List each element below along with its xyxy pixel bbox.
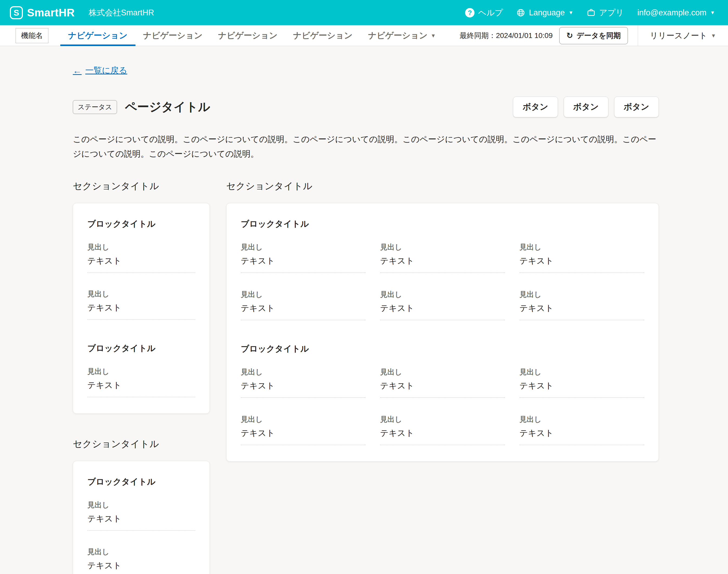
section-left-2: セクションタイトル ブロックタイトル 見出し テキスト 見出し テキスト	[73, 438, 210, 574]
field-list: 見出し テキスト 見出し テキスト	[87, 500, 195, 574]
field-list: 見出し テキスト 見出し テキスト	[87, 242, 195, 320]
nav-tab-4[interactable]: ナビゲーション	[285, 25, 361, 46]
back-link-label: 一覧に戻る	[85, 65, 127, 76]
release-notes-label: リリースノート	[650, 30, 708, 41]
field-value: テキスト	[519, 427, 644, 445]
field: 見出し テキスト	[241, 290, 366, 320]
field-value: テキスト	[87, 560, 195, 574]
title-left: ステータス ページタイトル	[73, 99, 210, 115]
back-arrow-icon: ←	[73, 66, 82, 75]
help-icon: ?	[465, 8, 474, 17]
field-value: テキスト	[87, 513, 195, 531]
block-title: ブロックタイトル	[241, 218, 644, 230]
block: ブロックタイトル 見出し テキスト	[87, 343, 195, 397]
field-value: テキスト	[519, 255, 644, 273]
field: 見出し テキスト	[380, 367, 505, 398]
smarthr-logo-icon: S	[10, 6, 23, 19]
field-label: 見出し	[87, 547, 195, 557]
page-description: このページについての説明。このページについての説明。このページについての説明。こ…	[73, 132, 659, 161]
help-link[interactable]: ? ヘルプ	[465, 7, 503, 18]
field-label: 見出し	[519, 367, 644, 377]
card: ブロックタイトル 見出し テキスト 見出し テキスト 見出し	[226, 203, 659, 462]
page-actions: ボタン ボタン ボタン	[513, 96, 659, 117]
block: ブロックタイトル 見出し テキスト 見出し テキスト	[87, 218, 195, 320]
nav-right: 最終同期：2024/01/01 10:09 ↻ データを同期 リリースノート ▼	[459, 25, 728, 46]
field-grid: 見出し テキスト 見出し テキスト 見出し テキスト	[241, 242, 644, 320]
field: 見出し テキスト	[519, 367, 644, 398]
field: 見出し テキスト	[87, 242, 195, 273]
field-label: 見出し	[380, 242, 505, 252]
field: 見出し テキスト	[380, 290, 505, 320]
field: 見出し テキスト	[241, 242, 366, 273]
field-value: テキスト	[87, 380, 195, 397]
action-button-3[interactable]: ボタン	[614, 96, 659, 117]
field-value: テキスト	[380, 427, 505, 445]
last-sync-timestamp: 最終同期：2024/01/01 10:09	[459, 31, 552, 41]
globe-icon	[516, 8, 525, 17]
field-label: 見出し	[87, 242, 195, 252]
field: 見出し テキスト	[241, 414, 366, 445]
field-value: テキスト	[519, 302, 644, 320]
nav-tab-label: ナビゲーション	[368, 30, 428, 41]
field-label: 見出し	[519, 290, 644, 299]
field-value: テキスト	[519, 380, 644, 398]
field-label: 見出し	[87, 367, 195, 376]
field-label: 見出し	[519, 242, 644, 252]
content-columns: セクションタイトル ブロックタイトル 見出し テキスト 見出し テキスト	[73, 180, 659, 574]
nav-tab-2[interactable]: ナビゲーション	[135, 25, 211, 46]
block-title: ブロックタイトル	[241, 343, 644, 355]
field-label: 見出し	[519, 414, 644, 424]
app-header: S SmartHR 株式会社SmartHR ? ヘルプ Language ▼ ア…	[0, 0, 728, 25]
field-label: 見出し	[380, 290, 505, 299]
field-value: テキスト	[241, 380, 366, 398]
chevron-down-icon: ▼	[710, 10, 715, 15]
nav-left: 機能名 ナビゲーション ナビゲーション ナビゲーション ナビゲーション ナビゲー…	[15, 25, 444, 46]
status-badge: ステータス	[73, 100, 117, 114]
field: 見出し テキスト	[87, 289, 195, 320]
account-menu[interactable]: info@example.com ▼	[637, 8, 715, 17]
sync-data-button[interactable]: ↻ データを同期	[559, 27, 628, 44]
field-value: テキスト	[241, 302, 366, 320]
page-title: ページタイトル	[125, 99, 210, 115]
release-notes-menu[interactable]: リリースノート ▼	[638, 25, 728, 46]
field: 見出し テキスト	[87, 547, 195, 574]
apps-link[interactable]: アプリ	[587, 7, 624, 18]
briefcase-icon	[587, 8, 595, 17]
nav-tab-1[interactable]: ナビゲーション	[60, 25, 135, 46]
block-title: ブロックタイトル	[87, 343, 195, 354]
field-label: 見出し	[87, 500, 195, 510]
nav-tab-label: ナビゲーション	[218, 30, 278, 41]
language-label: Language	[529, 8, 565, 17]
field-value: テキスト	[380, 380, 505, 398]
tab-navigation: 機能名 ナビゲーション ナビゲーション ナビゲーション ナビゲーション ナビゲー…	[0, 25, 728, 46]
nav-tab-3[interactable]: ナビゲーション	[210, 25, 285, 46]
refresh-icon: ↻	[566, 32, 573, 40]
field-label: 見出し	[241, 290, 366, 299]
field: 見出し テキスト	[519, 242, 644, 273]
action-button-2[interactable]: ボタン	[564, 96, 608, 117]
card: ブロックタイトル 見出し テキスト 見出し テキスト	[73, 461, 210, 574]
block: ブロックタイトル 見出し テキスト 見出し テキスト	[87, 476, 195, 574]
right-column: セクションタイトル ブロックタイトル 見出し テキスト 見出し テキスト	[226, 180, 659, 462]
field-grid: 見出し テキスト 見出し テキスト 見出し テキスト	[241, 367, 644, 445]
nav-tab-label: ナビゲーション	[68, 30, 128, 41]
company-name: 株式会社SmartHR	[89, 7, 154, 18]
language-menu[interactable]: Language ▼	[516, 8, 573, 17]
back-link[interactable]: ← 一覧に戻る	[73, 65, 127, 76]
field-value: テキスト	[87, 302, 195, 320]
field-label: 見出し	[380, 367, 505, 377]
card: ブロックタイトル 見出し テキスト 見出し テキスト	[73, 203, 210, 414]
field-value: テキスト	[380, 255, 505, 273]
block-title: ブロックタイトル	[87, 476, 195, 488]
brand-name: SmartHR	[27, 6, 75, 19]
field-label: 見出し	[87, 289, 195, 299]
field-list: 見出し テキスト	[87, 367, 195, 397]
field: 見出し テキスト	[87, 500, 195, 531]
section-left-1: セクションタイトル ブロックタイトル 見出し テキスト 見出し テキスト	[73, 180, 210, 414]
feature-name-badge: 機能名	[15, 28, 48, 43]
field: 見出し テキスト	[241, 367, 366, 398]
action-button-1[interactable]: ボタン	[513, 96, 558, 117]
chevron-down-icon: ▼	[711, 33, 716, 38]
nav-tab-5[interactable]: ナビゲーション ▼	[360, 25, 444, 46]
smarthr-logo[interactable]: S SmartHR	[10, 6, 75, 19]
